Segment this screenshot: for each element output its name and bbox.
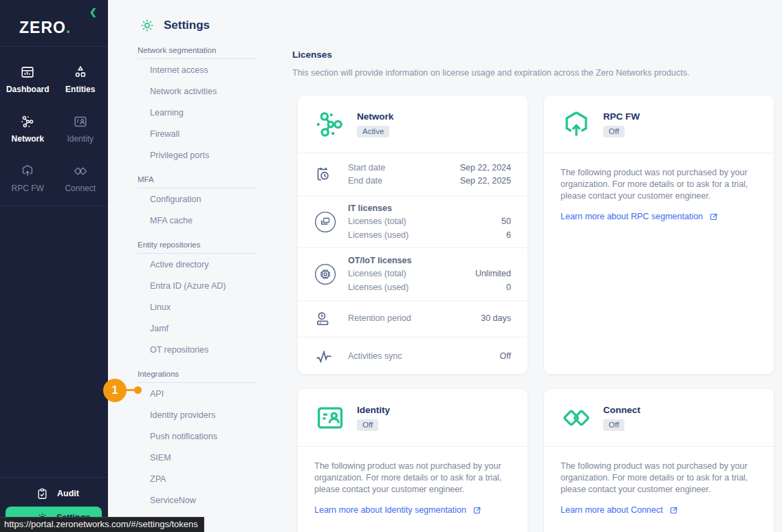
external-link-icon — [473, 506, 481, 515]
ot-chip-icon — [314, 263, 348, 285]
menu-item-push-notifications[interactable]: Push notifications — [138, 425, 257, 447]
start-date-value: Sep 22, 2024 — [460, 162, 511, 175]
identity-badge-icon — [73, 114, 88, 129]
menu-item-siem[interactable]: SIEM — [138, 447, 257, 468]
nav-item-identity[interactable]: Identity — [54, 109, 107, 148]
collapse-sidebar-chevron-icon[interactable]: ❮ — [89, 7, 97, 17]
annotation-target-dot — [134, 386, 142, 394]
external-link-icon — [669, 506, 678, 515]
network-card-header: Network Active — [298, 96, 528, 153]
menu-section-entity-repositories: Entity repositories Active directory Ent… — [138, 238, 257, 360]
menu-item-api[interactable]: API — [138, 383, 257, 404]
retention-label: Retention period — [348, 312, 411, 326]
external-link-icon — [709, 212, 718, 221]
nav-item-dashboard[interactable]: Dashboard — [1, 59, 54, 99]
audit-clipboard-icon — [36, 488, 48, 500]
it-total-value: 50 — [501, 215, 511, 229]
licenses-section-title: Licenses — [292, 49, 332, 60]
network-product-icon — [314, 109, 346, 140]
menu-item-servicenow[interactable]: ServiceNow — [138, 489, 257, 511]
it-licenses-title: IT licenses — [348, 202, 392, 216]
rpc-fw-license-card: RPC FW Off The following product was not… — [543, 95, 774, 375]
primary-sidebar: ❮ ZERO. Dashboard Entities Network Ident — [0, 0, 108, 532]
learn-more-link-label: Learn more about RPC segmentation — [561, 212, 703, 221]
learn-more-rpc-link[interactable]: Learn more about RPC segmentation — [561, 212, 757, 221]
nav-item-entities[interactable]: Entities — [54, 59, 107, 99]
identity-product-icon — [314, 402, 346, 434]
settings-gear-icon — [140, 18, 155, 33]
connect-license-card: Connect Off The following product was no… — [543, 388, 774, 532]
not-purchased-text: The following product was not purchased … — [561, 167, 757, 202]
not-purchased-text: The following product was not purchased … — [314, 461, 511, 496]
menu-item-learning[interactable]: Learning — [138, 102, 257, 123]
menu-item-ot-repositories[interactable]: OT repositories — [138, 339, 257, 360]
menu-item-identity-providers[interactable]: Identity providers — [138, 404, 257, 425]
calendar-clock-icon — [314, 166, 348, 184]
retention-value: 30 days — [481, 312, 511, 326]
ot-total-label: Licenses (total) — [348, 267, 406, 281]
rpc-card-header: RPC FW Off — [544, 96, 774, 153]
learn-more-connect-link[interactable]: Learn more about Connect — [561, 505, 757, 515]
status-badge: Off — [603, 126, 624, 137]
identity-card-header: Identity Off — [298, 389, 528, 447]
activity-waveform-icon — [314, 347, 348, 366]
it-used-label: Licenses (used) — [348, 229, 409, 243]
menu-item-linux[interactable]: Linux — [138, 296, 257, 318]
menu-item-active-directory[interactable]: Active directory — [138, 254, 257, 275]
ot-iot-licenses-row: OT/IoT licenses Licenses (total)Unlimite… — [298, 248, 528, 301]
menu-item-firewall[interactable]: Firewall — [138, 123, 257, 144]
menu-item-entra-id[interactable]: Entra ID (Azure AD) — [138, 275, 257, 296]
it-licenses-row: IT licenses Licenses (total)50 Licenses … — [298, 197, 528, 248]
identity-license-card: Identity Off The following product was n… — [297, 388, 528, 532]
retention-clock-icon — [314, 310, 348, 328]
audit-label: Audit — [57, 489, 79, 498]
license-cards-grid: Network Active Start dateSep 22, 2024 En… — [297, 95, 774, 532]
end-date-value: Sep 22, 2025 — [460, 175, 511, 188]
menu-item-mfa-cache[interactable]: MFA cache — [138, 210, 257, 231]
menu-item-zpa[interactable]: ZPA — [138, 468, 257, 489]
it-total-label: Licenses (total) — [348, 215, 406, 229]
menu-item-jamf[interactable]: Jamf — [138, 318, 257, 339]
zero-networks-logo: ZERO. — [19, 19, 71, 37]
network-icon — [20, 114, 35, 129]
status-badge: Off — [603, 419, 624, 431]
status-badge: Active — [357, 126, 389, 137]
connect-links-icon — [73, 164, 88, 179]
settings-menu: Network segmentation Internet access Net… — [138, 43, 257, 532]
nav-item-rpc-fw[interactable]: RPC FW — [1, 158, 54, 198]
activities-sync-row: Activities syncOff — [298, 337, 528, 375]
menu-section-label: MFA — [138, 173, 257, 188]
sidebar-item-audit[interactable]: Audit — [0, 483, 108, 504]
activities-sync-value: Off — [500, 350, 511, 364]
menu-item-internet-access[interactable]: Internet access — [138, 59, 257, 80]
menu-item-network-activities[interactable]: Network activities — [138, 80, 257, 102]
ot-used-value: 0 — [506, 281, 511, 295]
learn-more-identity-link[interactable]: Learn more about Identity segmentation — [314, 505, 511, 515]
card-title: RPC FW — [603, 111, 640, 122]
it-used-value: 6 — [506, 229, 511, 243]
nav-item-label: Network — [12, 134, 44, 144]
learn-more-link-label: Learn more about Identity segmentation — [314, 505, 466, 515]
card-title: Connect — [603, 405, 640, 415]
menu-section-label: Network segmentation — [138, 43, 257, 59]
ot-used-label: Licenses (used) — [348, 281, 409, 295]
licenses-section-description: This section will provide information on… — [292, 68, 689, 78]
nav-item-label: Entities — [65, 85, 95, 94]
nav-item-network[interactable]: Network — [1, 109, 54, 148]
activities-sync-label: Activities sync — [348, 350, 402, 364]
nav-item-connect[interactable]: Connect — [54, 158, 107, 198]
menu-item-configuration[interactable]: Configuration — [138, 188, 257, 210]
nav-item-label: RPC FW — [12, 184, 44, 193]
nav-item-label: Identity — [67, 134, 94, 144]
menu-item-privileged-ports[interactable]: Privileged ports — [138, 144, 257, 166]
network-license-card: Network Active Start dateSep 22, 2024 En… — [297, 95, 528, 375]
menu-section-label: Entity repositories — [138, 238, 257, 254]
page-title: Settings — [164, 19, 210, 32]
menu-section-mfa: MFA Configuration MFA cache — [138, 173, 257, 231]
ot-total-value: Unlimited — [475, 267, 511, 281]
rpc-fw-product-icon — [561, 109, 592, 140]
connect-product-icon — [561, 402, 592, 434]
menu-section-network-segmentation: Network segmentation Internet access Net… — [138, 43, 257, 166]
learn-more-link-label: Learn more about Connect — [561, 505, 663, 515]
nav-item-label: Connect — [65, 184, 96, 193]
